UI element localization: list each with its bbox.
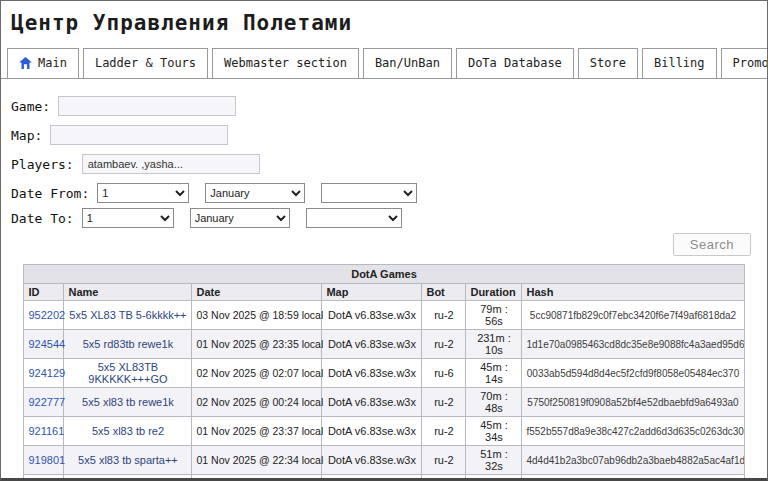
game-name-link[interactable]: 5x5 rd83tb rewe1k [83,338,174,350]
cell-duration: 46m : 30s [466,475,522,481]
map-row: Map: [11,125,757,145]
table-row: 9522025x5 XL83 TB 5-6kkkk++03 Nov 2025 @… [24,301,744,330]
cell-map: DotA v6.83se.w3x [322,359,422,388]
date-from-year-select[interactable] [321,183,417,203]
cell-name: 5x5 XL83 TB 5-6kkkk++ [64,301,192,330]
map-label: Map: [11,128,42,143]
page-title: Центр Управления Полетами [11,11,767,35]
cell-hash: 5750f250819f0908a52bf4e52dbaebfd9a6493a0 [522,388,744,417]
cell-name: 5x5 xl83tb re 45 zion [64,475,192,481]
date-to-day-select[interactable]: 1 [82,208,174,228]
game-id-link[interactable]: 921161 [28,425,64,437]
cell-bot: ru-2 [422,446,466,475]
home-icon [19,57,32,69]
date-to-month-select[interactable]: January [190,208,290,228]
game-name-link[interactable]: 5x5 xl83 tb rewe1k [82,396,174,408]
cell-duration: 70m : 48s [466,388,522,417]
games-table: DotA Games IDNameDateMapBotDurationHash … [23,264,744,481]
cell-bot: ru-2 [422,301,466,330]
date-from-day-select[interactable]: 1 [97,183,189,203]
cell-hash: f552b557d8a9e38c427c2add6d3d635c0263dc30 [522,417,744,446]
game-name-link[interactable]: 5x5 XL83TB 9KKKKK+++GO [88,361,167,385]
tab-dota-database[interactable]: DoTa Database [456,48,574,79]
tab-billing[interactable]: Billing [642,48,717,79]
cell-date: 25 Oct 2025 @ 00:23 local [192,475,322,481]
date-to-year-select[interactable] [306,208,402,228]
tab-label: Webmaster section [224,56,347,70]
tab-ban-unban[interactable]: Ban/UnBan [363,48,452,79]
cell-id: 924544 [24,330,64,359]
column-header: Date [192,284,322,301]
tab-label: Store [590,56,626,70]
date-to-row: Date To: 1 January [11,208,757,228]
tab-label: Main [38,56,67,70]
tab-webmaster-section[interactable]: Webmaster section [212,48,359,79]
cell-name: 5x5 xl83 tb re2 [64,417,192,446]
map-input[interactable] [50,125,228,145]
cell-map: DotA v6.83se.w3x [322,417,422,446]
cell-hash: 1d1e70a0985463cd8dc35e8e9088fc4a3aed95d6 [522,330,744,359]
cell-name: 5x5 xl83 tb rewe1k [64,388,192,417]
cell-hash: 4d4d41b2a3bc07ab96db2a3baeb4882a5ac4af1d [522,446,744,475]
tab-label: Billing [654,56,705,70]
tab-store[interactable]: Store [578,48,638,79]
table-row: 9227775x5 xl83 tb rewe1k02 Nov 2025 @ 00… [24,388,744,417]
column-header: Name [64,284,192,301]
cell-id: 924129 [24,359,64,388]
cell-hash: 5cc90871fb829c0f7ebc3420f6e7f49af6818da2 [522,301,744,330]
cell-bot: ru-2 [422,417,466,446]
game-id-link[interactable]: 924129 [28,367,65,379]
players-row: Players: [11,154,757,174]
cell-name: 5x5 XL83TB 9KKKKK+++GO [64,359,192,388]
cell-id: 919801 [24,446,64,475]
column-header: Bot [422,284,466,301]
cell-id: 921161 [24,417,64,446]
game-input[interactable] [58,96,236,116]
cell-date: 02 Nov 2025 @ 00:24 local [192,388,322,417]
cell-duration: 79m : 56s [466,301,522,330]
game-id-link[interactable]: 952202 [28,309,65,321]
cell-hash: 9a0dcf1268878bac4b1fd7b4c0db7db1052e2772 [522,475,744,481]
tab-promo[interactable]: Promo [721,48,768,79]
column-header: Map [322,284,422,301]
game-name-link[interactable]: 5x5 XL83 TB 5-6kkkk++ [69,309,186,321]
nav-tabs: Main Ladder & Tours Webmaster section Ba… [1,48,767,79]
game-id-link[interactable]: 924544 [28,338,65,350]
game-id-link[interactable]: 919801 [28,454,65,466]
games-table-body: 9522025x5 XL83 TB 5-6kkkk++03 Nov 2025 @… [24,301,744,481]
cell-duration: 45m : 14s [466,359,522,388]
search-row: Search [1,233,767,256]
column-header: ID [24,284,64,301]
table-row: 7850335x5 xl83tb re 45 zion25 Oct 2025 @… [24,475,744,481]
cell-date: 01 Nov 2025 @ 23:35 local [192,330,322,359]
tab-main[interactable]: Main [7,48,79,79]
game-name-link[interactable]: 5x5 xl83 tb sparta++ [78,454,178,466]
table-header-row: IDNameDateMapBotDurationHash [24,284,744,301]
tab-label: Promo [733,56,768,70]
table-caption-row: DotA Games [24,265,744,284]
cell-map: DotA v6.83se.w3x [322,446,422,475]
game-row: Game: [11,96,757,116]
column-header: Hash [522,284,744,301]
game-id-link[interactable]: 922777 [28,396,65,408]
table-caption: DotA Games [24,265,744,284]
date-to-label: Date To: [11,211,74,226]
players-input[interactable] [82,154,260,174]
page: Центр Управления Полетами Main Ladder & … [0,0,768,481]
cell-id: 952202 [24,301,64,330]
date-from-month-select[interactable]: January [205,183,305,203]
search-button[interactable]: Search [673,233,751,256]
cell-bot: ru-2 [422,330,466,359]
cell-map: DotA v6.83se.w3x [322,301,422,330]
cell-duration: 45m : 34s [466,417,522,446]
cell-date: 02 Nov 2025 @ 02:07 local [192,359,322,388]
game-name-link[interactable]: 5x5 xl83 tb re2 [92,425,164,437]
tab-ladder-tours[interactable]: Ladder & Tours [83,48,208,79]
filters: Game: Map: Players: Date From: 1 January… [1,79,767,228]
tab-label: Ladder & Tours [95,56,196,70]
cell-duration: 231m : 10s [466,330,522,359]
cell-map: DotA v6.83se.w3x [322,388,422,417]
table-row: 9241295x5 XL83TB 9KKKKK+++GO02 Nov 2025 … [24,359,744,388]
cell-date: 01 Nov 2025 @ 22:34 local [192,446,322,475]
cell-id: 785033 [24,475,64,481]
